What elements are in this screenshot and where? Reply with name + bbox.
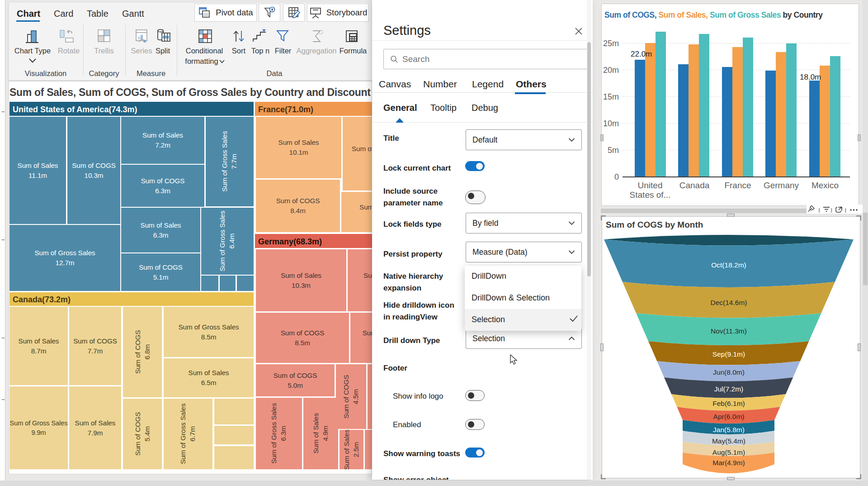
svg-text:Apr(6.0m): Apr(6.0m)	[713, 413, 745, 420]
svg-text:May(5.4m): May(5.4m)	[712, 437, 745, 445]
svg-text:Aug(5.1m): Aug(5.1m)	[712, 448, 745, 456]
svg-text:Dec(14.6m): Dec(14.6m)	[711, 299, 747, 306]
svg-text:Jun(8.0m): Jun(8.0m)	[713, 368, 745, 376]
svg-text:Jan(5.8m): Jan(5.8m)	[713, 426, 745, 434]
svg-text:Mar(4.9m): Mar(4.9m)	[712, 459, 745, 467]
svg-text:Nov(11.3m): Nov(11.3m)	[711, 327, 747, 335]
svg-text:Jul(7.2m): Jul(7.2m)	[714, 385, 744, 393]
svg-text:Sep(9.1m): Sep(9.1m)	[712, 350, 745, 358]
svg-text:Feb(6.1m): Feb(6.1m)	[712, 400, 745, 407]
svg-text:Oct(18.2m): Oct(18.2m)	[711, 261, 746, 269]
